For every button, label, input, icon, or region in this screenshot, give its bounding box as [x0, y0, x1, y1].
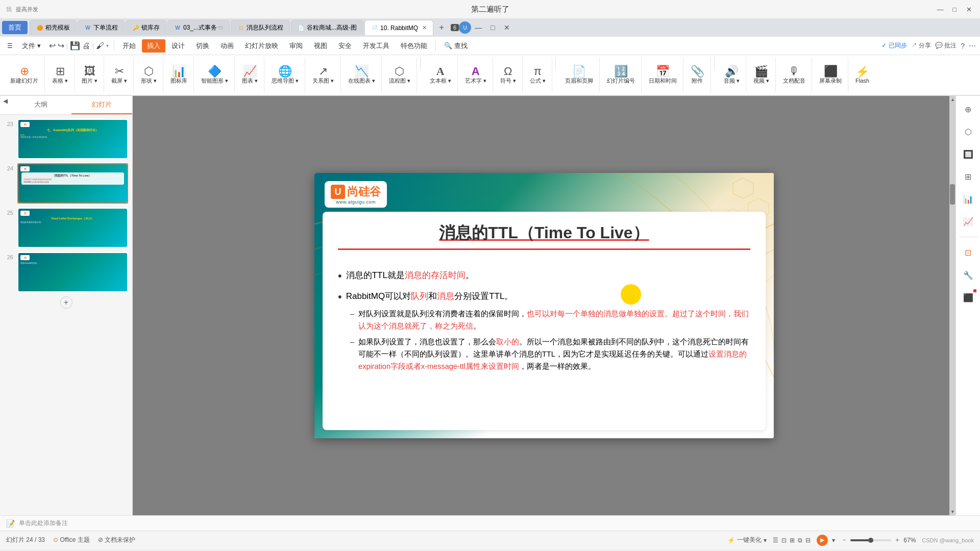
flash-button[interactable]: ⚡ Flash	[853, 65, 871, 85]
normal-view-icon[interactable]: ⊡	[781, 537, 787, 544]
textbox-button[interactable]: A 文本框 ▾	[428, 65, 453, 86]
artword-button[interactable]: A 艺术字 ▾	[463, 65, 488, 86]
slide-thumb-25[interactable]: 25 尚 Dead Letter Exchanges（DLX） 死信队列相关内容…	[4, 208, 128, 248]
flow-button[interactable]: ⬡ 流程图 ▾	[387, 65, 412, 86]
mindmap-button[interactable]: 🌐 思维导图 ▾	[270, 65, 301, 86]
zoom-in-btn[interactable]: ＋	[894, 536, 900, 544]
menu-view[interactable]: 视图	[309, 39, 332, 53]
datetime-button[interactable]: 📅 日期和时间	[647, 65, 679, 86]
play-button[interactable]: ▶	[817, 535, 828, 546]
right-tool-5[interactable]: 📊	[959, 190, 977, 208]
maximize-button[interactable]: □	[949, 4, 960, 14]
close-button[interactable]: ✕	[964, 4, 974, 14]
tab-close-rabbitmq[interactable]: ✕	[422, 24, 427, 31]
tab-home[interactable]: 首页	[2, 21, 28, 34]
slide-thumb-23[interactable]: 23 尚 七、RabbitMQ队列（实现案例讨论） 队列 消息队列是一种异步通信…	[4, 119, 128, 159]
qa-dropdown[interactable]: ▾	[106, 43, 109, 48]
voiceover-button[interactable]: 🎙 文档配音	[781, 65, 807, 86]
menu-review[interactable]: 审阅	[284, 39, 308, 53]
tab-suokucun[interactable]: 🔑 锁库存	[126, 20, 166, 35]
record-button[interactable]: ⬛ 屏幕录制	[817, 65, 844, 86]
tab-mq-flow[interactable]: ⊡ 消息队列流程	[231, 20, 290, 35]
more-icon[interactable]: ⋯	[969, 42, 976, 50]
menu-security[interactable]: 安全	[333, 39, 357, 53]
tab-slides[interactable]: 幻灯片	[71, 96, 133, 114]
chart-button[interactable]: 📈 图表 ▾	[240, 65, 260, 86]
symbol-button[interactable]: Ω 符号 ▾	[498, 65, 518, 86]
print-icon[interactable]: 🖨	[82, 41, 90, 51]
formula-button[interactable]: π 公式 ▾	[528, 65, 548, 86]
grid-view-icon[interactable]: ⊞	[790, 537, 795, 544]
add-slide-button[interactable]: +	[60, 296, 72, 309]
comment-btn[interactable]: 💬 批注	[935, 41, 957, 50]
save-icon[interactable]: 💾	[70, 41, 80, 51]
presenter-icon[interactable]: ⊟	[805, 537, 811, 544]
notes-placeholder[interactable]: 单击此处添加备注	[19, 519, 68, 528]
online-chart-button[interactable]: 📉 在线图表 ▾	[346, 65, 377, 86]
menu-find[interactable]: 🔍查找	[439, 39, 473, 53]
right-tool-4[interactable]: ⊞	[959, 167, 977, 186]
redo-icon[interactable]: ↪	[58, 41, 64, 51]
menu-start[interactable]: 开始	[117, 39, 141, 53]
right-tool-2[interactable]: ⬡	[959, 122, 977, 141]
menu-file[interactable]: 文件 ▾	[17, 39, 46, 53]
right-tool-3[interactable]: 🔲	[959, 145, 977, 163]
sync-btn[interactable]: ✓ 已同步	[881, 41, 906, 50]
menu-insert[interactable]: 插入	[142, 39, 165, 53]
tab-outline[interactable]: 大纲	[10, 96, 71, 114]
slide-preview-23[interactable]: 尚 七、RabbitMQ队列（实现案例讨论） 队列 消息队列是一种异步通信机制.…	[17, 119, 128, 159]
right-tool-6[interactable]: 📈	[959, 212, 977, 231]
scroll-up-btn[interactable]: ▲	[949, 96, 955, 103]
new-slide-button[interactable]: ⊕ 新建幻灯片	[8, 65, 40, 86]
menu-special[interactable]: 特色功能	[396, 39, 432, 53]
smart-button[interactable]: 🔷 智能图形 ▾	[199, 65, 230, 86]
zoom-slider[interactable]	[850, 539, 891, 541]
tab-daoke[interactable]: 🟠 稻壳模板	[30, 20, 77, 35]
browser-minimize[interactable]: —	[471, 20, 485, 35]
format-icon[interactable]: 🖌	[96, 41, 104, 51]
vertical-scrollbar[interactable]: ▲ ▼	[949, 96, 955, 515]
menu-dev[interactable]: 开发工具	[358, 39, 395, 53]
audio-button[interactable]: 🔊 音频 ▾	[722, 65, 742, 86]
menu-hamburger[interactable]: ☰	[4, 41, 16, 51]
tab-rabbitmq[interactable]: 📄 10. RabbitMQ ✕	[364, 20, 433, 35]
tab-add-button[interactable]: +	[434, 20, 449, 35]
undo-icon[interactable]: ↩	[49, 41, 56, 51]
right-tool-9[interactable]: ⬛	[959, 288, 977, 307]
menu-design[interactable]: 设计	[166, 39, 190, 53]
menu-transition[interactable]: 切换	[191, 39, 214, 53]
menu-slideshow[interactable]: 幻灯片放映	[240, 39, 283, 53]
tab-guli[interactable]: 📄 谷粒商城...高级-图	[291, 20, 363, 35]
shape-button[interactable]: ⬡ 形状 ▾	[139, 65, 159, 86]
slide-preview-24[interactable]: 尚 消息的TTL（Time To Live） • 消息的TTL就是消息的存活时间…	[17, 163, 128, 204]
panel-collapse-btn[interactable]: ◀	[0, 96, 10, 106]
video-button[interactable]: 🎬 视频 ▾	[751, 65, 771, 86]
slide-thumb-24[interactable]: 24 尚 消息的TTL（Time To Live） • 消息的TTL就是消息的存…	[4, 163, 128, 204]
window-controls[interactable]: — □ ✕	[935, 4, 974, 14]
slide-preview-25[interactable]: 尚 Dead Letter Exchanges（DLX） 死信队列相关内容介绍.…	[17, 208, 128, 248]
image-button[interactable]: 🖼 图片 ▾	[80, 65, 100, 86]
beautify-btn[interactable]: ⚡ 一键美化 ▾	[727, 536, 767, 544]
play-dropdown[interactable]: ▾	[832, 537, 835, 544]
help-icon[interactable]: ?	[961, 42, 965, 50]
iconlib-button[interactable]: 📊 图标库	[168, 65, 189, 86]
table-button[interactable]: ⊞ 表格 ▾	[50, 65, 70, 86]
browser-close[interactable]: ✕	[500, 20, 514, 35]
right-tool-8[interactable]: 🔧	[959, 266, 977, 284]
user-avatar[interactable]: U	[459, 21, 471, 34]
screenshot-button[interactable]: ✂ 截屏 ▾	[109, 65, 129, 86]
minimize-button[interactable]: —	[935, 4, 945, 14]
scroll-down-btn[interactable]: ▼	[949, 508, 955, 515]
slide-thumb-26[interactable]: 26 尚 更多RabbitMQ内容...	[4, 252, 128, 292]
tab-xiadan[interactable]: W 下单流程	[78, 20, 125, 35]
beautify-dropdown[interactable]: ▾	[764, 537, 767, 544]
menu-animation[interactable]: 动画	[215, 39, 239, 53]
right-tool-7[interactable]: ⊡	[959, 243, 977, 262]
tab-03[interactable]: W 03_...式事务 🛡	[167, 20, 230, 35]
browser-restore[interactable]: □	[485, 20, 500, 35]
relation-button[interactable]: ↗ 关系图 ▾	[310, 65, 336, 86]
slidenum-button[interactable]: 🔢 幻灯片编号	[605, 65, 637, 86]
right-tool-1[interactable]: ⊕	[959, 100, 977, 118]
list-view-icon[interactable]: ☰	[773, 537, 778, 544]
side-by-side-icon[interactable]: ⧉	[798, 537, 802, 544]
